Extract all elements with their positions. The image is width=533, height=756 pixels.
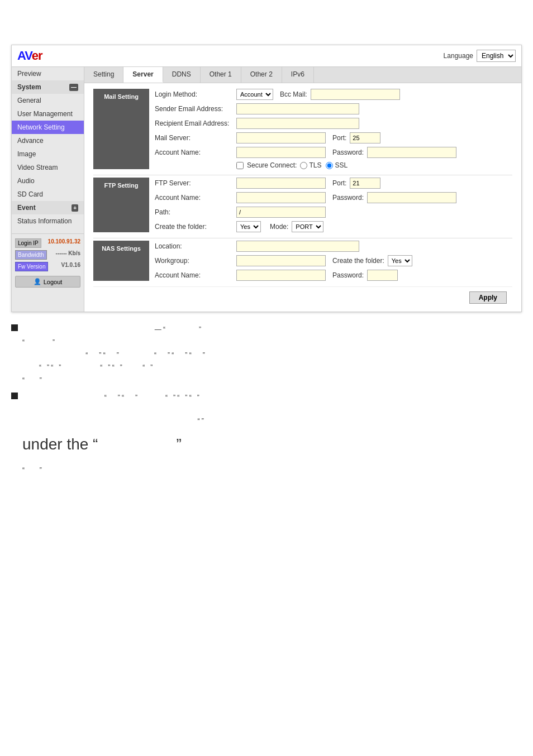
tab-ipv6[interactable]: IPv6 bbox=[282, 67, 314, 83]
sidebar-item-audio[interactable]: Audio bbox=[12, 174, 84, 188]
mail-server-label: Mail Server: bbox=[155, 134, 233, 142]
bandwidth-button[interactable]: Bandwidth bbox=[15, 250, 47, 260]
below-text-line1: — “ ” bbox=[22, 323, 205, 336]
nas-location-input[interactable] bbox=[236, 241, 359, 252]
recipient-email-input[interactable] bbox=[236, 118, 359, 129]
mail-setting-label: Mail Setting bbox=[93, 89, 149, 169]
below-text-b2-line1: “ ” “ ” “ ” “ ” “ ” bbox=[22, 391, 199, 404]
ftp-server-input[interactable] bbox=[236, 178, 326, 189]
ftp-setting-fields: FTP Server: Port: Account Name: Password… bbox=[155, 178, 512, 232]
nas-password-input[interactable] bbox=[367, 270, 398, 281]
bcc-mail-input[interactable] bbox=[311, 89, 400, 100]
secure-connect-checkbox[interactable] bbox=[236, 162, 244, 169]
ftp-setting-section: FTP Setting FTP Server: Port: Account Na… bbox=[93, 178, 512, 232]
logout-label: Logout bbox=[44, 279, 63, 285]
ftp-path-input[interactable] bbox=[236, 207, 326, 218]
aver-logo: AVer bbox=[17, 49, 42, 63]
main-layout: Preview System — General User Management… bbox=[12, 67, 521, 312]
mail-account-label: Account Name: bbox=[155, 149, 233, 156]
mail-port-input[interactable] bbox=[350, 132, 380, 143]
language-select[interactable]: English bbox=[477, 50, 516, 62]
mail-password-input[interactable] bbox=[367, 147, 456, 158]
nas-create-folder-label: Create the folder: bbox=[332, 257, 384, 265]
mail-account-input[interactable] bbox=[236, 147, 326, 158]
sidebar-item-video-stream[interactable]: Video Stream bbox=[12, 161, 84, 174]
sidebar-item-user-management[interactable]: User Management bbox=[12, 107, 84, 121]
nas-location-row: Location: bbox=[155, 241, 512, 252]
apply-button[interactable]: Apply bbox=[469, 291, 507, 304]
login-method-label: Login Method: bbox=[155, 90, 233, 98]
ftp-server-label: FTP Server: bbox=[155, 179, 233, 187]
tab-setting[interactable]: Setting bbox=[84, 67, 123, 83]
secure-connect-radios: TLS SSL bbox=[300, 161, 348, 169]
mail-setting-section: Mail Setting Login Method: Account Bcc M… bbox=[93, 89, 512, 169]
sidebar-item-sd-card[interactable]: SD Card bbox=[12, 188, 84, 201]
sidebar-item-general[interactable]: General bbox=[12, 94, 84, 107]
bullet-block-2: “ ” “ ” “ ” “ ” “ ” bbox=[11, 391, 522, 404]
ftp-port-input[interactable] bbox=[350, 178, 380, 189]
system-toggle-icon: — bbox=[69, 84, 78, 91]
ftp-port-label: Port: bbox=[332, 179, 346, 187]
nas-location-label: Location: bbox=[155, 242, 233, 250]
logo-er: er bbox=[32, 49, 42, 63]
below-text-line3: “ ” “ ” “ ” “ ” “ ” bbox=[22, 349, 205, 362]
nas-workgroup-input[interactable] bbox=[236, 255, 326, 266]
mail-setting-fields: Login Method: Account Bcc Mail: Sender E… bbox=[155, 89, 512, 169]
tab-server[interactable]: Server bbox=[123, 67, 163, 83]
sidebar-item-network-setting[interactable]: Network Setting bbox=[12, 121, 84, 134]
sidebar: Preview System — General User Management… bbox=[12, 67, 84, 312]
fw-button[interactable]: Fw Version bbox=[15, 262, 48, 271]
sidebar-item-status-info[interactable]: Status Information bbox=[12, 214, 84, 228]
nas-create-folder-select[interactable]: Yes No bbox=[388, 255, 412, 266]
mail-server-row: Mail Server: Port: bbox=[155, 132, 512, 143]
ftp-mode-label: Mode: bbox=[270, 223, 288, 231]
logout-button[interactable]: 👤 Logout bbox=[15, 276, 80, 288]
sidebar-item-preview[interactable]: Preview bbox=[12, 67, 84, 80]
fw-value: V1.0.16 bbox=[61, 262, 80, 271]
below-b3-line3: “ ” bbox=[22, 465, 522, 477]
tab-ddns[interactable]: DDNS bbox=[163, 67, 201, 83]
ftp-path-label: Path: bbox=[155, 208, 233, 216]
login-ip-value: 10.100.91.32 bbox=[48, 238, 80, 248]
ftp-account-label: Account Name: bbox=[155, 194, 233, 202]
logo-av: AV bbox=[17, 49, 32, 63]
apply-btn-row: Apply bbox=[93, 286, 512, 306]
mail-password-label: Password: bbox=[332, 149, 364, 156]
divider-2 bbox=[93, 238, 512, 238]
sender-email-input[interactable] bbox=[236, 103, 359, 114]
person-icon: 👤 bbox=[34, 278, 41, 285]
ftp-setting-label: FTP Setting bbox=[93, 178, 149, 232]
ftp-create-folder-select[interactable]: Yes No bbox=[236, 221, 261, 232]
secure-connect-row: Secure Connect: TLS SSL bbox=[155, 161, 512, 169]
sender-email-label: Sender Email Address: bbox=[155, 105, 233, 113]
login-method-select[interactable]: Account bbox=[236, 89, 273, 100]
nas-account-row: Account Name: Password: bbox=[155, 270, 512, 281]
bandwidth-value: ------ Kb/s bbox=[56, 250, 80, 260]
below-b3-line1: “ ” bbox=[22, 415, 522, 428]
mail-port-label: Port: bbox=[332, 134, 346, 142]
mail-server-input[interactable] bbox=[236, 132, 326, 143]
sidebar-bottom: Login IP 10.100.91.32 Bandwidth ------ K… bbox=[12, 233, 84, 288]
below-text-line5: “ ” bbox=[22, 374, 205, 387]
recipient-email-label: Recipient Email Address: bbox=[155, 119, 233, 127]
ftp-password-input[interactable] bbox=[367, 192, 456, 203]
ssl-radio-label: SSL bbox=[326, 161, 348, 169]
tls-radio[interactable] bbox=[300, 162, 307, 169]
tab-other2[interactable]: Other 2 bbox=[241, 67, 282, 83]
ftp-mode-select[interactable]: PORT PASV bbox=[292, 221, 323, 232]
bullet-2 bbox=[11, 393, 18, 399]
sidebar-item-event[interactable]: Event + bbox=[12, 201, 84, 214]
below-text-block-1: — “ ” “ ” “ ” “ ” “ ” “ ” “ ” bbox=[22, 323, 205, 387]
login-method-row: Login Method: Account Bcc Mail: bbox=[155, 89, 512, 100]
ftp-account-input[interactable] bbox=[236, 192, 326, 203]
bullet-1 bbox=[11, 324, 18, 331]
tab-other1[interactable]: Other 1 bbox=[201, 67, 241, 83]
nas-workgroup-row: Workgroup: Create the folder: Yes No bbox=[155, 255, 512, 266]
sidebar-item-system[interactable]: System — bbox=[12, 80, 84, 94]
nas-account-input[interactable] bbox=[236, 270, 326, 281]
login-ip-button[interactable]: Login IP bbox=[15, 238, 41, 248]
ssl-radio[interactable] bbox=[326, 162, 333, 169]
under-text: under the “ ” bbox=[22, 430, 522, 458]
sidebar-item-image[interactable]: Image bbox=[12, 147, 84, 161]
sidebar-item-advance[interactable]: Advance bbox=[12, 134, 84, 147]
